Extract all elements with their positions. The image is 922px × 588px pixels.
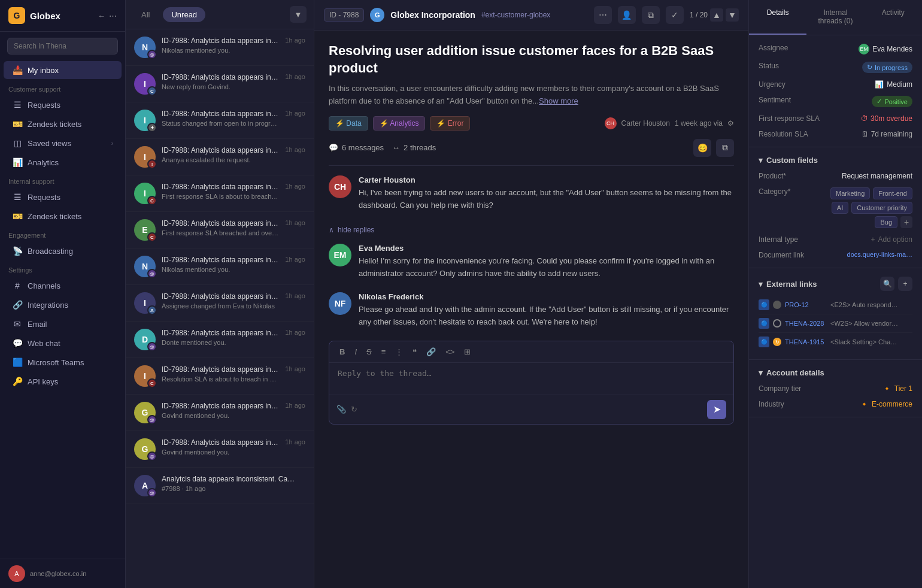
sidebar-item-api-keys[interactable]: 🔑 API keys [4, 372, 122, 390]
chip-ai[interactable]: AI [832, 202, 848, 214]
badge: @ [147, 342, 157, 351]
blockquote-button[interactable]: ❝ [410, 346, 420, 357]
filter-button[interactable]: ▼ [290, 6, 307, 23]
thread-title: ID-7988: Analytcis data appears inconsis… [162, 256, 279, 264]
italic-button[interactable]: I [351, 346, 360, 357]
pagination-up[interactable]: ▲ [710, 8, 723, 22]
sidebar-item-web-chat[interactable]: 💬 Web chat [4, 334, 122, 352]
ext-link-thena1915[interactable]: 🔵 ↻ THENA-1915 <Slack Setting> Cha… [759, 333, 912, 351]
meta-time: 1 week ago via [675, 119, 723, 128]
bullet-list-button[interactable]: ≡ [378, 346, 389, 357]
external-links-title[interactable]: ▾ External links [759, 280, 817, 289]
ext-link-thena2028[interactable]: 🔵 THENA-2028 <W2S> Allow vendor… [759, 314, 912, 333]
back-icon[interactable]: ← [98, 11, 105, 20]
sidebar-item-channels[interactable]: # Channels [4, 277, 122, 295]
thread-item[interactable]: N @ ID-7988: Analytcis data appears inco… [126, 29, 314, 66]
attach-icon[interactable]: 📎 [336, 405, 346, 414]
thread-item[interactable]: I C ID-7988: Analytcis data appears inco… [126, 175, 314, 212]
tab-unread[interactable]: Unread [163, 7, 205, 22]
avatar: G @ [134, 438, 156, 460]
doc-link-text[interactable]: docs.query-links-ma… [847, 251, 912, 258]
analytics-icon: 📊 [12, 157, 23, 167]
requests-icon: ☰ [12, 100, 23, 110]
sidebar-item-analytics-cs[interactable]: 📊 Analytics [4, 153, 122, 171]
search-input[interactable] [7, 38, 118, 54]
reaction-button[interactable]: 😊 [693, 139, 711, 157]
internal-type-label: Internal type [759, 235, 812, 244]
hide-replies-button[interactable]: ∧ hide replies [329, 223, 734, 237]
account-details-title[interactable]: ▾ Account details [759, 368, 824, 377]
sidebar-item-my-inbox[interactable]: 📥 My inbox [4, 61, 122, 79]
thread-item[interactable]: I A ID-7988: Analytcis data appears inco… [126, 285, 314, 322]
sidebar-item-zendesk-is[interactable]: 🎫 Zendesk tickets [4, 207, 122, 225]
data-tag[interactable]: ⚡ Data [329, 116, 368, 131]
thread-subtitle: First response SLA breached and over… [162, 229, 279, 237]
pagination-down[interactable]: ▼ [726, 8, 739, 22]
copy-button[interactable]: ⧉ [642, 6, 660, 24]
add-chip-button[interactable]: + [900, 216, 912, 228]
urgency-text: Medium [887, 80, 912, 89]
avatar: I C [134, 73, 156, 95]
sidebar-item-email[interactable]: ✉ Email [4, 315, 122, 333]
messages-count: 💬 6 messages [329, 143, 384, 152]
analytics-cs-label: Analytics [28, 158, 59, 167]
chip-customer-priority[interactable]: Customer priority [851, 202, 912, 214]
sidebar-item-microsoft-teams[interactable]: 🟦 Microsoft Teams [4, 353, 122, 371]
thread-item[interactable]: D @ ID-7988: Analytcis data appears inco… [126, 322, 314, 358]
section-settings: Settings [0, 260, 125, 276]
internal-type-value[interactable]: + Add option [871, 235, 912, 244]
table-button[interactable]: ⊞ [461, 346, 474, 357]
search-external-button[interactable]: 🔍 [880, 277, 894, 291]
message-text: Please go ahead and try with the admin a… [359, 304, 734, 329]
more-icon[interactable]: ⋯ [109, 11, 117, 20]
chevron-down-icon-ext: ▾ [759, 280, 763, 289]
chip-front-end[interactable]: Front-end [873, 187, 912, 199]
custom-fields-title[interactable]: ▾ Custom fields [759, 156, 818, 165]
link-button[interactable]: 🔗 [423, 346, 439, 357]
show-more-link[interactable]: Show more [539, 96, 578, 105]
sidebar-item-requests-is[interactable]: ☰ Requests [4, 188, 122, 206]
emoji-icon[interactable]: ↻ [351, 405, 357, 414]
thread-item[interactable]: A @ Analytcis data appears inconsistent.… [126, 468, 314, 504]
analytics-tag[interactable]: ⚡ Analytics [373, 116, 426, 131]
thread-item[interactable]: G @ ID-7988: Analytcis data appears inco… [126, 395, 314, 431]
strikethrough-button[interactable]: S [363, 346, 375, 357]
sidebar-item-requests-cs[interactable]: ☰ Requests [4, 96, 122, 114]
status-row: Status ↻ In progress [759, 62, 912, 73]
copy-conv-button[interactable]: ⧉ [716, 139, 734, 157]
thread-item[interactable]: I C ID-7988: Analytcis data appears inco… [126, 358, 314, 395]
chip-bug[interactable]: Bug [875, 216, 897, 228]
thread-item[interactable]: N @ ID-7988: Analytcis data appears inco… [126, 248, 314, 285]
badge: @ [147, 415, 157, 425]
code-button[interactable]: <> [442, 346, 457, 357]
sidebar-item-integrations[interactable]: 🔗 Integrations [4, 296, 122, 314]
error-tag[interactable]: ⚡ Error [430, 116, 470, 131]
badge: C [147, 378, 157, 388]
reply-input[interactable] [329, 363, 733, 393]
more-options-button[interactable]: ⋯ [594, 6, 612, 24]
chip-marketing[interactable]: Marketing [830, 187, 870, 199]
send-button[interactable]: ➤ [707, 400, 726, 419]
thread-item[interactable]: G @ ID-7988: Analytcis data appears inco… [126, 431, 314, 468]
numbered-list-button[interactable]: ⋮ [392, 346, 406, 357]
bold-button[interactable]: B [336, 346, 348, 357]
remaining-text: 7d remaining [871, 130, 912, 138]
sidebar-item-saved-views[interactable]: ◫ Saved views › [4, 134, 122, 152]
check-button[interactable]: ✓ [666, 6, 684, 24]
sidebar-item-broadcasting[interactable]: 📡 Broadcasting [4, 242, 122, 260]
tab-internal-threads[interactable]: Internal threads (0) [806, 0, 864, 35]
thread-item[interactable]: E C ID-7988: Analytcis data appears inco… [126, 212, 314, 248]
thread-item[interactable]: I C ID-7988: Analytcis data appears inco… [126, 66, 314, 102]
add-external-button[interactable]: + [898, 277, 912, 291]
tab-all[interactable]: All [133, 7, 158, 22]
tab-activity[interactable]: Activity [865, 0, 922, 35]
thread-item[interactable]: I ✦ ID-7988: Analytcis data appears inco… [126, 102, 314, 139]
thread-item[interactable]: I ! ID-7988: Analytcis data appears inco… [126, 139, 314, 175]
industry-row: Industry 🔸 E-commerce [759, 400, 912, 408]
tab-details[interactable]: Details [749, 0, 806, 35]
ext-link-pro12[interactable]: 🔵 PRO-12 <E2S> Auto respond… [759, 296, 912, 314]
person-icon-button[interactable]: 👤 [618, 6, 636, 24]
sidebar-item-zendesk-cs[interactable]: 🎫 Zendesk tickets [4, 115, 122, 133]
document-link-row: Document link docs.query-links-ma… [759, 251, 912, 259]
urgency-icon: 📊 [875, 80, 884, 89]
